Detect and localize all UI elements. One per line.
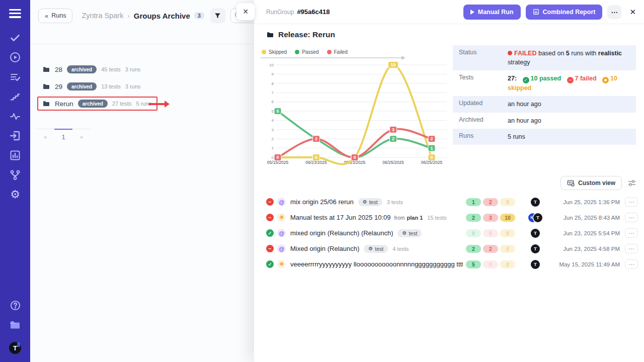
failed-count: 3: [483, 214, 498, 222]
svg-text:0: 0: [276, 155, 279, 160]
run-row[interactable]: mix origin 25/06 rerun ⚙test 3 tests 1 2…: [266, 194, 638, 210]
manual-run-button[interactable]: Manual Run: [463, 5, 521, 20]
passed-count: 0: [466, 229, 481, 237]
result-counts: 2 3 10: [466, 214, 517, 222]
pagination-next[interactable]: »: [72, 129, 91, 141]
archived-badge: archived: [67, 82, 97, 90]
status-failed-icon: [266, 198, 274, 206]
task-list-icon[interactable]: [8, 70, 22, 83]
legend-skipped[interactable]: Skipped: [262, 49, 287, 55]
pagination-page-1[interactable]: 1: [54, 129, 72, 141]
status-passed-icon: [266, 260, 274, 268]
activity-icon[interactable]: [8, 110, 22, 123]
automated-run-icon: [277, 229, 286, 237]
info-row-status: Status FAILED based on 5 runs with reali…: [453, 45, 636, 70]
passed-count: 5: [466, 260, 481, 268]
combined-report-button[interactable]: Combined Report: [526, 5, 603, 20]
row-more-button[interactable]: ⋯: [625, 259, 638, 269]
funnel-icon: [214, 12, 221, 20]
passed-check-icon: ✓: [523, 77, 529, 83]
status-badge: FAILED: [514, 50, 536, 57]
row-more-button[interactable]: ⋯: [625, 197, 638, 207]
group-row-28[interactable]: 28 archived 45 tests 3 runs: [42, 62, 140, 76]
menu-icon[interactable]: [9, 7, 21, 20]
branch-icon[interactable]: [8, 168, 22, 182]
svg-text:2: 2: [392, 136, 394, 141]
play-circle-icon[interactable]: [8, 51, 22, 64]
rungroup-type-label: RunGroup: [266, 9, 294, 16]
svg-text:2: 2: [272, 137, 274, 141]
drawer-close-icon[interactable]: ✕: [629, 8, 636, 17]
run-row[interactable]: veeeerrrrryyyyyyyyyy llooooooooooonnnnng…: [266, 256, 638, 272]
run-row[interactable]: Mixed origin (Relaunch) ⚙test 4 tests 2 …: [266, 241, 638, 256]
tag-test: ⚙test: [364, 245, 388, 253]
svg-text:0: 0: [353, 155, 356, 160]
run-date: Jun 23, 2025 5:54 PM: [553, 230, 620, 236]
svg-text:5: 5: [272, 109, 274, 114]
drawer-more-button[interactable]: ⋯: [607, 5, 621, 19]
skipped-count: 10: [500, 214, 515, 222]
check-icon[interactable]: [8, 31, 22, 44]
filter-button[interactable]: [210, 8, 225, 23]
row-more-button[interactable]: ⋯: [625, 213, 638, 222]
svg-text:6: 6: [272, 100, 274, 104]
info-row-archived: Archived an hour ago: [453, 113, 636, 129]
run-date: Jun 25, 2025 1:36 PM: [553, 199, 620, 205]
failed-count: 2: [483, 198, 498, 206]
result-counts: 1 2 0: [466, 198, 517, 206]
manual-run-icon: [277, 213, 286, 222]
run-row[interactable]: mixed origin (Relaunch) (Relaunch) ⚙test…: [266, 225, 638, 241]
tests-value: 27: ✓10 passed −7 failed 10 skipped: [506, 70, 636, 96]
groups-panel: « Runs Zyntra Spark › Groups Archive 3 2…: [30, 0, 254, 362]
gear-icon: ⚙: [368, 246, 373, 251]
user-avatar[interactable]: T: [9, 342, 21, 354]
list-toolbar: Custom view: [560, 176, 636, 190]
steps-icon[interactable]: [8, 90, 22, 103]
skipped-count: 0: [500, 245, 515, 253]
row-more-button[interactable]: ⋯: [625, 228, 638, 238]
group-row-29[interactable]: 29 archived 13 tests 3 runs: [42, 79, 140, 94]
group-row-rerun-selected[interactable]: Rerun archived 27 tests 5 runs: [37, 97, 157, 111]
panel-close-icon[interactable]: ✕: [236, 3, 255, 20]
breadcrumb-parent[interactable]: Zyntra Spark: [82, 12, 123, 20]
plan-link[interactable]: plan 1: [407, 215, 423, 221]
report-chart-icon[interactable]: [8, 149, 22, 162]
archived-badge: archived: [67, 65, 97, 73]
row-more-button[interactable]: ⋯: [625, 244, 638, 253]
group-list: 28 archived 45 tests 3 runs 29 archived …: [30, 44, 254, 111]
svg-text:0: 0: [430, 155, 433, 160]
tag-test: ⚙test: [358, 198, 382, 206]
legend-passed[interactable]: Passed: [295, 49, 318, 55]
tag-test: ⚙test: [397, 229, 422, 237]
failed-count: 0: [483, 229, 498, 237]
sign-in-icon[interactable]: [8, 129, 22, 142]
result-counts: 0 0 0: [466, 229, 517, 237]
settings-gear-icon[interactable]: ⚙: [8, 188, 22, 201]
chevron-right-icon: ›: [127, 12, 129, 20]
projects-folder-icon[interactable]: [8, 318, 22, 331]
passed-dot-icon: [295, 50, 299, 54]
avatar: T: [531, 244, 540, 253]
pagination-prev[interactable]: «: [36, 129, 54, 141]
status-failed-icon: [266, 214, 274, 221]
sliders-icon[interactable]: [628, 179, 636, 187]
svg-text:5: 5: [276, 109, 279, 114]
sidebar: ⚙ T: [0, 0, 30, 362]
folder-icon: [42, 82, 50, 90]
breadcrumb-current: Groups Archive: [134, 12, 190, 20]
svg-text:1: 1: [430, 146, 433, 151]
double-chevron-left-icon: «: [45, 12, 48, 20]
run-date: Jun 23, 2025 4:58 PM: [553, 246, 620, 252]
avatar: T: [531, 198, 540, 207]
legend-failed[interactable]: Failed: [327, 49, 348, 55]
back-to-runs-button[interactable]: « Runs: [38, 9, 72, 23]
groups-count-badge: 3: [194, 12, 204, 19]
svg-text:06/25/2025: 06/25/2025: [382, 160, 404, 165]
custom-view-button[interactable]: Custom view: [560, 176, 622, 190]
skipped-count: 0: [500, 198, 515, 206]
svg-text:3: 3: [392, 127, 394, 132]
help-icon[interactable]: [8, 299, 22, 312]
svg-text:0: 0: [272, 155, 274, 160]
run-row[interactable]: Manual tests at 17 Jun 2025 10:09 from p…: [266, 210, 638, 225]
rungroup-drawer: ✕ RunGroup #95a6c418 Manual Run Combined…: [254, 0, 644, 362]
